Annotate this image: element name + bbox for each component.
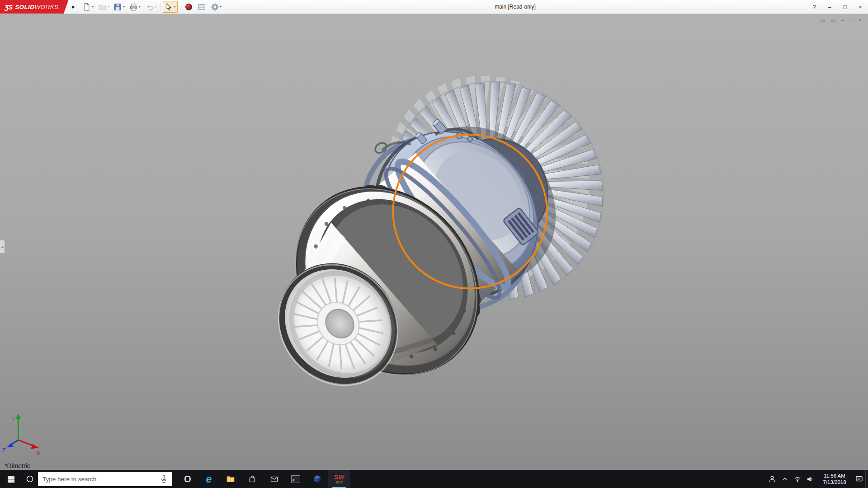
minimize-button[interactable]: –: [822, 0, 837, 14]
triad-x-label: X: [37, 450, 40, 456]
window-controls: ? – □ ×: [807, 0, 868, 14]
document-window-controls: ▭ ▭ – □ ×: [820, 18, 862, 23]
options-button[interactable]: ▾: [209, 1, 224, 13]
logo-text-works: WORKS: [34, 4, 58, 10]
speaker-icon: [807, 476, 814, 483]
undo-button[interactable]: ▾: [143, 1, 158, 13]
graphics-area[interactable]: Y X Z ▭ ▭ – □ × ◂ *Dimetric: [0, 14, 868, 470]
start-button[interactable]: [0, 470, 22, 488]
microphone-icon[interactable]: [160, 475, 167, 483]
appearance-button[interactable]: [183, 1, 195, 13]
action-center-button[interactable]: [853, 470, 865, 488]
print-icon: [129, 3, 138, 11]
engine-3d-model[interactable]: [229, 38, 644, 437]
volume-tray-button[interactable]: [804, 470, 816, 488]
command-prompt-button[interactable]: >_: [285, 470, 307, 488]
taskbar-search-input[interactable]: [42, 476, 157, 483]
table-grid-icon: [198, 3, 206, 11]
taskbar-clock[interactable]: 11:56 AM 7/13/2018: [816, 473, 853, 485]
open-document-button[interactable]: ▾: [96, 1, 111, 13]
chevron-up-icon: [782, 476, 788, 482]
cortana-circle-icon: [26, 475, 34, 483]
view-orientation-label: *Dimetric: [5, 462, 30, 469]
logo-text-solid: SOLID: [15, 4, 34, 10]
save-floppy-icon: [113, 3, 122, 11]
solidworks-app-icon: SW 2017: [334, 474, 344, 484]
triad-y-label: Y: [12, 416, 15, 422]
show-desktop-sliver[interactable]: [865, 470, 868, 488]
undo-icon: [145, 3, 154, 11]
select-cursor-icon: [165, 3, 173, 11]
taskbar-search-box[interactable]: [38, 472, 172, 486]
people-tray-button[interactable]: [766, 470, 778, 488]
shopping-bag-icon: [248, 475, 256, 483]
main-toolbar: ▾ ▾ ▾ ▾: [78, 0, 224, 14]
table-view-button[interactable]: [196, 1, 208, 13]
system-tray: 11:56 AM 7/13/2018: [766, 470, 868, 488]
child-minimize-icon[interactable]: –: [841, 18, 844, 23]
mail-envelope-icon: [270, 475, 278, 483]
feature-pane-collapse-tab[interactable]: ◂: [0, 240, 5, 253]
appearance-ball-icon: [184, 3, 193, 11]
cascade-windows-icon[interactable]: ▭: [831, 18, 836, 23]
tray-overflow-button[interactable]: [778, 470, 791, 488]
solidworks-2017-button[interactable]: SW 2017: [328, 470, 350, 488]
flyout-arrow-icon: ▶: [72, 5, 75, 9]
file-explorer-button[interactable]: [220, 470, 241, 488]
close-button[interactable]: ×: [853, 0, 868, 14]
store-button[interactable]: [241, 470, 263, 488]
save-button[interactable]: ▾: [112, 1, 127, 13]
edge-icon: e: [206, 474, 212, 484]
dropdown-caret[interactable]: ▾: [174, 5, 176, 9]
ds-logo-icon: ƷS: [5, 3, 12, 11]
cad-cube-app-button[interactable]: [307, 470, 328, 488]
network-tray-button[interactable]: [791, 470, 804, 488]
orientation-triad: Y X Z: [2, 413, 40, 456]
titlebar: ƷS SOLIDWORKS ▶ ▾ ▾: [0, 0, 868, 14]
toolbar-separator: [160, 2, 160, 11]
solidworks-logo: ƷS SOLIDWORKS: [0, 0, 68, 14]
toolbar-separator: [180, 2, 180, 11]
action-center-icon: [855, 475, 863, 483]
dropdown-caret[interactable]: ▾: [155, 5, 156, 9]
restore-button[interactable]: □: [837, 0, 853, 14]
document-title: main [Read-only]: [224, 4, 807, 10]
cortana-button[interactable]: [22, 470, 38, 488]
cube-app-icon: [313, 475, 321, 483]
folder-icon: [226, 475, 235, 483]
dropdown-caret[interactable]: ▾: [139, 5, 141, 9]
toolbar-flyout-button[interactable]: ▶: [68, 0, 78, 14]
windows-logo-icon: [7, 475, 15, 483]
edge-button[interactable]: e: [198, 470, 220, 488]
gear-icon: [211, 3, 219, 11]
windows-taskbar: e >_: [0, 470, 868, 488]
open-folder-icon: [98, 3, 107, 11]
child-close-icon[interactable]: ×: [859, 18, 862, 23]
wifi-icon: [794, 476, 801, 483]
task-view-icon: [183, 475, 192, 483]
mail-button[interactable]: [263, 470, 285, 488]
dropdown-caret[interactable]: ▾: [92, 5, 94, 9]
solidworks-window: ƷS SOLIDWORKS ▶ ▾ ▾: [0, 0, 868, 488]
new-document-button[interactable]: ▾: [80, 1, 95, 13]
top-bolt-b: [467, 136, 472, 141]
graphics-canvas[interactable]: Y X Z: [0, 14, 868, 470]
print-button[interactable]: ▾: [127, 1, 142, 13]
command-prompt-icon: >_: [291, 475, 300, 483]
clock-time: 11:56 AM: [816, 473, 853, 479]
select-tool-button[interactable]: ▾: [163, 1, 178, 13]
new-document-icon: [82, 3, 91, 11]
clock-date: 7/13/2018: [816, 479, 853, 485]
task-view-button[interactable]: [176, 470, 198, 488]
triad-z-label: Z: [2, 447, 6, 454]
dropdown-caret[interactable]: ▾: [123, 5, 125, 9]
dropdown-caret[interactable]: ▾: [220, 5, 222, 9]
people-icon: [769, 475, 776, 483]
dropdown-caret[interactable]: ▾: [108, 5, 109, 9]
help-button[interactable]: ?: [807, 0, 822, 14]
child-restore-icon[interactable]: □: [850, 18, 853, 23]
tile-windows-icon[interactable]: ▭: [820, 18, 825, 23]
